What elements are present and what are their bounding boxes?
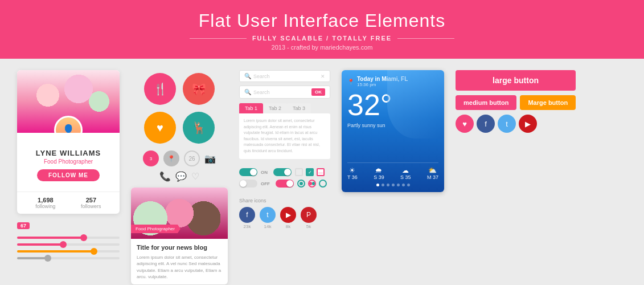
slider-badge: 67 bbox=[17, 222, 30, 229]
slider-fill-3 bbox=[17, 250, 94, 253]
radio-checked-1[interactable] bbox=[297, 180, 305, 188]
toggle-off-label-1: OFF bbox=[261, 181, 270, 186]
small-icon-num: 26 bbox=[184, 150, 200, 166]
toggle-knob-4 bbox=[286, 180, 293, 187]
pinterest-icon[interactable]: P bbox=[301, 207, 317, 223]
profile-image: 👤 bbox=[17, 70, 120, 133]
weather-scene bbox=[387, 70, 444, 139]
slider-track-1[interactable] bbox=[17, 237, 120, 239]
forecast-temp-4: M 37 bbox=[427, 174, 438, 180]
buttons-section: large button medium button Marge button … bbox=[456, 70, 576, 133]
deer-icon-circle[interactable]: 🦌 bbox=[183, 112, 215, 144]
share-label: Share icons bbox=[239, 198, 330, 203]
col4: 📍 Today in Miami, FL 15:36 pm 32° Partly… bbox=[342, 70, 444, 192]
forecast-icon-1: ☀ bbox=[347, 166, 358, 174]
merge-button[interactable]: Marge button bbox=[520, 95, 576, 110]
small-icons-row: 3 📍 26 📷 📞 💬 ♡ bbox=[142, 150, 216, 182]
dot-1[interactable] bbox=[376, 184, 379, 186]
toggle-on-pink[interactable] bbox=[276, 180, 294, 188]
radio-row-1 bbox=[297, 180, 327, 188]
slider-fill-2 bbox=[17, 243, 63, 246]
search-text-1: Search bbox=[253, 74, 321, 79]
radio-unchecked[interactable] bbox=[319, 180, 327, 188]
byline: 2013 - crafted by mariedchayes.com bbox=[11, 44, 633, 51]
search-clear[interactable]: ✕ bbox=[321, 74, 325, 79]
fork-icon-circle[interactable]: 🍴 bbox=[144, 73, 176, 105]
slider-track-3[interactable] bbox=[17, 250, 120, 253]
camera-icon: 📷 bbox=[204, 153, 216, 164]
heart-icon-circle[interactable]: ♥ bbox=[144, 112, 176, 144]
followers-count: 257 bbox=[81, 197, 101, 203]
tab-3[interactable]: Tab 3 bbox=[287, 103, 311, 113]
toggle-off-1[interactable] bbox=[239, 180, 257, 188]
followers-label: followers bbox=[81, 203, 101, 209]
search-bar-1[interactable]: 🔍 Search ✕ bbox=[239, 70, 330, 82]
twitter-icon[interactable]: t bbox=[260, 207, 276, 223]
dot-3[interactable] bbox=[387, 184, 389, 186]
slider-fill-1 bbox=[17, 237, 84, 239]
medium-button[interactable]: medium button bbox=[456, 95, 516, 110]
following-stat: 1,698 following bbox=[35, 197, 55, 209]
slider-track-4[interactable] bbox=[17, 257, 120, 259]
following-count: 1,698 bbox=[35, 197, 55, 203]
yt-count: 8k bbox=[286, 224, 290, 229]
radio-checked-2[interactable] bbox=[308, 180, 316, 188]
profile-name: LYNE WILLIAMS bbox=[23, 149, 114, 157]
checkbox-unchecked-1[interactable] bbox=[295, 168, 303, 176]
sliders-section: 67 bbox=[17, 219, 120, 264]
tab-1[interactable]: Tab 1 bbox=[239, 103, 263, 113]
forecast-3: ☁ S 35 bbox=[400, 166, 411, 180]
toggle-on-label-1: ON bbox=[261, 170, 268, 175]
tw-count: 14k bbox=[264, 224, 272, 229]
toggle-on-2[interactable] bbox=[273, 168, 292, 176]
follow-button[interactable]: FOLLOW ME bbox=[37, 169, 100, 181]
blog-content: Title for your news blog Lorem ipsum dol… bbox=[131, 239, 228, 284]
search-bar-2[interactable]: 🔍 Search OK bbox=[239, 85, 330, 99]
followers-stat: 257 followers bbox=[81, 197, 101, 209]
toggles-section: ON ✓ — OFF bbox=[239, 168, 330, 188]
dot-2[interactable] bbox=[382, 184, 384, 186]
social-heart-button[interactable]: ♥ bbox=[456, 115, 474, 133]
checkbox-checked-1[interactable]: ✓ bbox=[306, 168, 314, 176]
profile-stats: 1,698 following 257 followers bbox=[17, 192, 120, 214]
large-button[interactable]: large button bbox=[456, 70, 576, 91]
col2: 🍴 🎀 ♥ 🦌 3 📍 26 📷 📞 💬 ♡ Food Ph bbox=[131, 70, 228, 284]
blog-title: Title for your news blog bbox=[137, 243, 222, 251]
toggle-on-1[interactable] bbox=[239, 168, 257, 176]
facebook-icon[interactable]: f bbox=[239, 207, 255, 223]
bow-icon-circle[interactable]: 🎀 bbox=[183, 73, 215, 105]
dot-7[interactable] bbox=[407, 184, 410, 186]
icons-section: 🍴 🎀 ♥ 🦌 3 📍 26 📷 📞 💬 ♡ bbox=[131, 70, 228, 182]
small-icon-pin: 📍 bbox=[163, 150, 179, 166]
blog-card: Food Photographer Title for your news bl… bbox=[131, 188, 228, 284]
dot-4[interactable] bbox=[392, 184, 395, 186]
slider-track-2[interactable] bbox=[17, 243, 120, 246]
checkbox-partial[interactable]: — bbox=[317, 168, 325, 176]
social-yt-button[interactable]: ▶ bbox=[519, 115, 537, 133]
location-icon: 📍 bbox=[347, 79, 354, 85]
icon-circles-top: 🍴 🎀 bbox=[144, 73, 215, 105]
divider-left bbox=[190, 38, 247, 39]
tab-content: Lorem ipsum dolor sit amet, consectetur … bbox=[239, 113, 330, 159]
dot-5[interactable] bbox=[397, 184, 400, 186]
tab-2[interactable]: Tab 2 bbox=[263, 103, 287, 113]
toggle-knob-2 bbox=[284, 169, 291, 176]
dot-6[interactable] bbox=[402, 184, 405, 186]
social-fb-button[interactable]: f bbox=[477, 115, 495, 133]
subtitle: FULLY SCALABLE / TOTALLY FREE bbox=[252, 35, 392, 42]
share-fb: f 23k bbox=[239, 207, 255, 229]
toggle-row-2: OFF bbox=[239, 180, 330, 188]
social-tw-button[interactable]: t bbox=[498, 115, 516, 133]
youtube-icon[interactable]: ▶ bbox=[280, 207, 296, 223]
medium-buttons-row: medium button Marge button bbox=[456, 95, 576, 110]
slider-thumb-4 bbox=[44, 255, 51, 262]
profile-info: LYNE WILLIAMS Food Photographer FOLLOW M… bbox=[17, 133, 120, 187]
ok-button[interactable]: OK bbox=[311, 88, 325, 96]
slider-fill-4 bbox=[17, 257, 48, 259]
forecast-temp-2: S 39 bbox=[374, 174, 384, 180]
share-section: Share icons f 23k t 14k ▶ 8k P 5k bbox=[239, 198, 330, 229]
slider-thumb-3 bbox=[91, 248, 97, 255]
search-icon-2: 🔍 bbox=[244, 89, 251, 95]
share-icons-row: f 23k t 14k ▶ 8k P 5k bbox=[239, 207, 330, 229]
forecast-temp-3: S 35 bbox=[400, 174, 411, 180]
